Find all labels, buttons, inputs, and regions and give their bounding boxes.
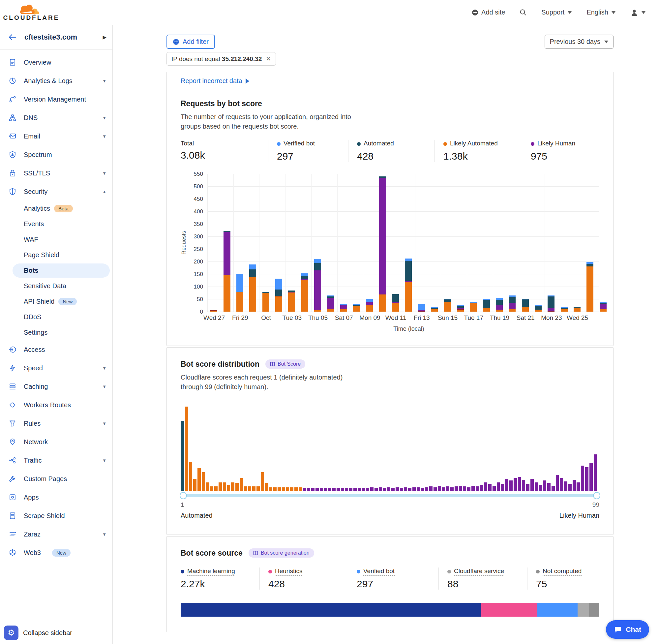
zaraz-icon — [8, 530, 17, 538]
chevron-down-icon: ▼ — [102, 532, 107, 537]
sidebar-item-access[interactable]: Access — [0, 340, 112, 359]
x-tick-mon-09: Mon 09 — [359, 314, 380, 322]
x-tick-sun-15: Sun 15 — [438, 314, 457, 322]
sidebar-item-apps[interactable]: Apps — [0, 488, 112, 506]
slider-max-value: 99 — [592, 501, 599, 508]
chevron-right-icon[interactable]: ▶ — [102, 34, 107, 40]
sidebar-item-analytics-logs[interactable]: Analytics & Logs▼ — [0, 72, 112, 90]
settings-gear-button[interactable]: ⚙ — [4, 625, 19, 640]
sidebar-item-web3[interactable]: Web3New — [0, 544, 112, 562]
main-area: Add filter Previous 30 days IP does not … — [113, 25, 659, 632]
histogram-bar-score-52 — [396, 487, 399, 491]
sidebar-item-security[interactable]: Security▲ — [0, 182, 112, 201]
sidebar-item-caching[interactable]: Caching▼ — [0, 377, 112, 396]
segment-likely_automated — [522, 307, 529, 312]
automated-legend-dot — [357, 142, 361, 146]
histogram-bar-score-4 — [193, 479, 196, 491]
slider-handle-max[interactable] — [593, 492, 600, 499]
segment-verified_bot — [249, 264, 256, 270]
segment-automated — [314, 263, 321, 270]
remove-filter-icon[interactable]: ✕ — [266, 55, 271, 63]
sidebar-item-rules[interactable]: Rules▼ — [0, 414, 112, 433]
y-tick-450: 450 — [194, 196, 203, 203]
requests-bar-7 — [301, 273, 308, 312]
sidebar-item-zaraz[interactable]: Zaraz▼ — [0, 525, 112, 544]
filter-toolbar: Add filter Previous 30 days — [166, 34, 613, 49]
requests-bar-23 — [509, 296, 516, 312]
gridline-vertical — [467, 174, 467, 312]
y-tick-300: 300 — [194, 233, 203, 240]
slider-handle-min[interactable] — [180, 492, 187, 499]
segment-likely_automated — [573, 308, 581, 312]
cloudflare-logo[interactable]: CLOUDFLARE — [6, 4, 56, 21]
stat-not-computed: Not computed75 — [527, 568, 598, 590]
sidebar-item-ssl-tls[interactable]: SSL/TLS▼ — [0, 164, 112, 182]
account-menu[interactable] — [630, 8, 646, 17]
sidebar-item-settings[interactable]: Settings — [13, 325, 110, 340]
chat-bubble-icon — [614, 625, 622, 634]
requests-bar-5 — [275, 279, 282, 312]
bot-score-generation-badge[interactable]: Bot score generation — [249, 548, 314, 558]
sidebar-item-overview[interactable]: Overview — [0, 53, 112, 72]
histogram-bar-score-29 — [299, 487, 302, 491]
add-filter-button[interactable]: Add filter — [166, 34, 215, 49]
language-menu[interactable]: English — [587, 8, 616, 16]
histogram-bar-score-35 — [324, 488, 327, 491]
likely-human-legend-dot — [531, 142, 534, 146]
sidebar-item-traffic[interactable]: Traffic▼ — [0, 451, 112, 469]
stat-cloudflare-service: Cloudflare service88 — [439, 568, 527, 590]
sidebar-item-events[interactable]: Events — [13, 216, 110, 232]
segment-verified_bot — [236, 274, 243, 292]
sidebar-item-api-shield[interactable]: API ShieldNew — [13, 294, 110, 309]
histogram-bar-score-93 — [568, 484, 572, 491]
sidebar-item-workers-routes[interactable]: Workers Routes — [0, 396, 112, 414]
access-icon — [8, 346, 17, 353]
sidebar-item-spectrum[interactable]: Spectrum — [0, 145, 112, 164]
sidebar-item-analytics[interactable]: AnalyticsBeta — [13, 201, 110, 216]
histogram-bar-score-58 — [421, 488, 424, 491]
sidebar-item-scrape-shield[interactable]: Scrape Shield — [0, 506, 112, 525]
source-segment-machine-learning — [181, 603, 481, 617]
back-arrow-icon[interactable] — [8, 33, 17, 41]
chat-button[interactable]: Chat — [606, 620, 649, 639]
histogram-bar-score-18 — [252, 486, 256, 491]
site-selector[interactable]: cftestsite3.com ▶ — [0, 25, 112, 50]
sidebar-item-ddos[interactable]: DDoS — [13, 309, 110, 325]
search-button[interactable] — [520, 9, 527, 16]
sidebar-item-dns[interactable]: DNS▼ — [0, 109, 112, 127]
histogram-bar-score-43 — [358, 488, 361, 491]
histogram-bar-score-15 — [240, 478, 243, 491]
web3-icon — [8, 549, 17, 557]
chevron-down-icon — [641, 11, 646, 14]
sidebar-item-version-management[interactable]: Version Management — [0, 90, 112, 109]
x-tick-wed-27: Wed 27 — [204, 314, 225, 322]
speed-icon — [8, 364, 17, 372]
histogram-bar-score-27 — [290, 487, 293, 491]
sidebar-item-page-shield[interactable]: Page Shield — [13, 247, 110, 263]
sidebar-item-speed[interactable]: Speed▼ — [0, 359, 112, 377]
sidebar-item-network[interactable]: Network — [0, 433, 112, 451]
filter-chip[interactable]: IP does not equal 35.212.240.32 ✕ — [166, 52, 276, 66]
segment-likely_automated — [288, 293, 295, 312]
sidebar-item-custom-pages[interactable]: Custom Pages — [0, 469, 112, 488]
requests-bar-11 — [353, 304, 360, 312]
support-menu[interactable]: Support — [541, 8, 572, 16]
sidebar-item-sensitive-data[interactable]: Sensitive Data — [13, 278, 110, 294]
sidebar-item-email[interactable]: Email▼ — [0, 127, 112, 145]
histogram-bar-score-42 — [353, 488, 357, 491]
sidebar-item-bots[interactable]: Bots — [13, 263, 110, 278]
report-incorrect-data-link[interactable]: Report incorrect data — [181, 77, 249, 85]
slider-track[interactable] — [181, 494, 599, 497]
chevron-down-icon: ▼ — [102, 421, 107, 426]
gridline — [207, 261, 599, 262]
segment-likely_automated — [353, 306, 360, 312]
sidebar-item-waf[interactable]: WAF — [13, 232, 110, 247]
add-site-button[interactable]: Add site — [472, 8, 505, 16]
api-shield-badge: New — [58, 298, 77, 305]
bot-score-badge[interactable]: Bot Score — [265, 360, 305, 369]
x-tick-thu-05: Thu 05 — [308, 314, 328, 322]
version-icon — [8, 95, 17, 103]
time-range-dropdown[interactable]: Previous 30 days — [545, 34, 613, 49]
collapse-sidebar-button[interactable]: Collapse sidebar — [23, 629, 72, 637]
requests-bar-fri-29 — [236, 274, 243, 312]
